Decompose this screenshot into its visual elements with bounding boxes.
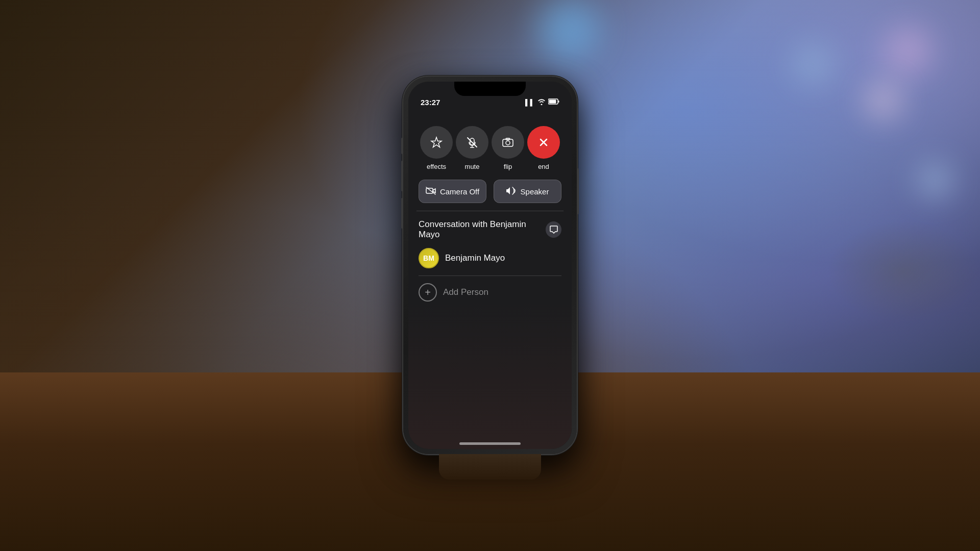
camera-off-button[interactable]: Camera Off <box>419 180 486 203</box>
end-icon-circle <box>527 126 560 159</box>
speaker-icon <box>506 186 517 197</box>
iphone-frame: 23:27 ▌▌ <box>403 77 577 454</box>
svg-rect-1 <box>549 100 556 104</box>
home-indicator[interactable] <box>459 442 521 445</box>
signal-icon: ▌▌ <box>525 99 535 106</box>
notch <box>454 82 526 96</box>
control-buttons-row: effects <box>419 126 561 170</box>
phone-stand <box>439 454 541 480</box>
flip-label: flip <box>504 163 512 170</box>
background-shoe <box>827 220 980 322</box>
iphone-device: 23:27 ▌▌ <box>403 77 577 454</box>
call-controls: effects <box>408 116 572 211</box>
effects-label: effects <box>427 163 446 170</box>
camera-off-icon <box>426 187 436 196</box>
mute-switch <box>401 138 403 154</box>
bokeh-circle <box>885 28 931 73</box>
svg-rect-2 <box>558 101 559 103</box>
svg-rect-6 <box>503 139 513 146</box>
person-row: BM Benjamin Mayo <box>419 248 561 276</box>
bokeh-circle <box>866 83 901 118</box>
bokeh-circle <box>792 44 833 85</box>
add-person-label: Add Person <box>443 287 488 297</box>
effects-button[interactable]: effects <box>420 126 453 170</box>
mute-icon-circle <box>456 126 488 159</box>
volume-up-button <box>401 161 403 191</box>
message-icon-button[interactable] <box>546 221 561 238</box>
battery-icon <box>548 98 559 106</box>
effects-icon-circle <box>420 126 453 159</box>
mute-label: mute <box>465 163 480 170</box>
end-button[interactable]: end <box>527 126 560 170</box>
camera-off-label: Camera Off <box>440 187 479 196</box>
end-label: end <box>538 163 549 170</box>
contact-avatar: BM <box>419 248 439 268</box>
iphone-screen: 23:27 ▌▌ <box>408 82 572 449</box>
speaker-button[interactable]: Speaker <box>494 180 561 203</box>
add-person-button[interactable]: + Add Person <box>419 283 561 302</box>
volume-down-button <box>401 198 403 229</box>
wifi-icon <box>537 98 546 107</box>
bokeh-circle <box>539 0 600 61</box>
avatar-initials: BM <box>423 254 434 262</box>
conversation-header: Conversation with Benjamin Mayo <box>419 219 561 240</box>
power-button <box>577 168 579 214</box>
flip-button[interactable]: flip <box>492 126 524 170</box>
speaker-label: Speaker <box>521 187 549 196</box>
flip-icon-circle <box>492 126 524 159</box>
bokeh-circle <box>920 165 950 196</box>
status-time: 23:27 <box>421 98 440 107</box>
conversation-section: Conversation with Benjamin Mayo BM Benja… <box>408 211 572 310</box>
add-person-icon: + <box>419 283 437 302</box>
contact-name: Benjamin Mayo <box>445 253 505 263</box>
screen-content: 23:27 ▌▌ <box>408 82 572 449</box>
toggle-row: Camera Off Speaker <box>419 180 561 203</box>
svg-point-7 <box>506 141 510 145</box>
mute-button[interactable]: mute <box>456 126 488 170</box>
svg-rect-11 <box>426 188 433 193</box>
status-icons: ▌▌ <box>525 98 559 107</box>
conversation-title: Conversation with Benjamin Mayo <box>419 219 546 240</box>
